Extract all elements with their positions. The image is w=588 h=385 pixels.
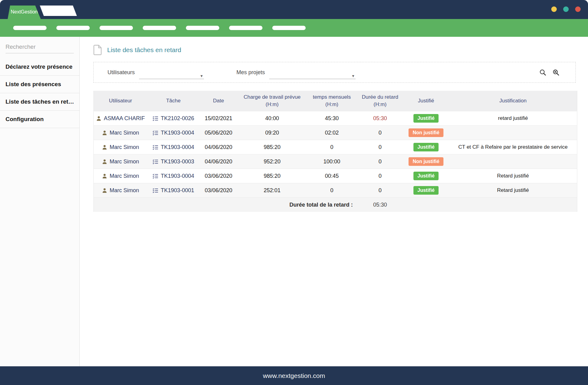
task-cell[interactable]: TK1903-0003 bbox=[147, 157, 199, 166]
task-list-icon bbox=[153, 159, 158, 164]
clear-search-icon bbox=[552, 69, 560, 76]
planned-workload-cell: 252:01 bbox=[238, 186, 307, 195]
nav-pill-placeholder[interactable] bbox=[186, 26, 219, 30]
status-badge: Non justifié bbox=[409, 128, 443, 137]
table-header-row: Utilisateur Tâche Date Charge de travail… bbox=[94, 91, 577, 111]
delay-value: 0 bbox=[379, 130, 382, 136]
clear-search-button[interactable] bbox=[552, 68, 560, 77]
table-header-cell: Charge de travail prévue (H:m) bbox=[238, 92, 307, 110]
nav-pill-placeholder[interactable] bbox=[272, 26, 306, 30]
justification-cell: Retard justifié bbox=[449, 186, 577, 195]
task-cell[interactable]: TK1903-0004 bbox=[147, 143, 199, 152]
planned-workload-cell: 952:20 bbox=[238, 157, 307, 166]
main-content: Liste des tâches en retard Utilisateurs … bbox=[80, 37, 588, 366]
search-input[interactable] bbox=[6, 44, 81, 50]
planned-workload-cell: 985:20 bbox=[238, 143, 307, 152]
nav-pill-placeholder[interactable] bbox=[229, 26, 262, 30]
status-cell: Non justifié bbox=[403, 127, 449, 138]
window-control-dot[interactable] bbox=[575, 6, 581, 12]
user-name: ASMAA CHARIF bbox=[104, 115, 145, 122]
user-cell[interactable]: ASMAA CHARIF bbox=[94, 114, 147, 123]
task-list-icon bbox=[153, 130, 158, 135]
status-cell: Justifié bbox=[403, 170, 449, 181]
footer-link[interactable]: www.nextgestion.com bbox=[263, 372, 325, 379]
task-id: TK1903-0004 bbox=[161, 144, 194, 151]
nav-pill-placeholder[interactable] bbox=[13, 26, 47, 30]
sidebar-search[interactable]: ▼ bbox=[6, 44, 74, 53]
secondary-tab[interactable] bbox=[40, 6, 77, 16]
delay-duration-cell: 0 bbox=[357, 172, 403, 181]
task-id: TK1903-0004 bbox=[161, 173, 194, 179]
monthly-time-cell: 0 bbox=[307, 186, 357, 195]
user-cell[interactable]: Marc Simon bbox=[94, 172, 147, 181]
user-icon bbox=[102, 188, 107, 193]
user-name: Marc Simon bbox=[110, 173, 139, 179]
chevron-down-icon: ▼ bbox=[351, 74, 355, 78]
chevron-down-icon: ▼ bbox=[200, 74, 203, 78]
table-row: Marc Simon TK1903-0001 03/06/ bbox=[94, 183, 577, 197]
user-cell[interactable]: Marc Simon bbox=[94, 128, 147, 137]
sidebar-menu-item[interactable]: Liste des tâches en ret… bbox=[0, 93, 79, 111]
users-filter-label: Utilisateurs bbox=[107, 69, 135, 76]
delay-value: 0 bbox=[379, 173, 382, 179]
page-header: Liste des tâches en retard bbox=[93, 45, 588, 55]
search-icon bbox=[539, 69, 546, 76]
table-row: Marc Simon TK1903-0004 03/06/ bbox=[94, 169, 577, 183]
planned-workload-cell: 09:20 bbox=[238, 128, 307, 137]
justification-cell bbox=[449, 160, 577, 163]
nav-pill-placeholder[interactable] bbox=[56, 26, 90, 30]
table-body: ASMAA CHARIF TK2102-0026 15/0 bbox=[94, 111, 577, 197]
table-row: Marc Simon TK1903-0003 04/06/ bbox=[94, 154, 577, 169]
status-cell: Non justifié bbox=[403, 156, 449, 167]
projects-select[interactable]: ▼ bbox=[269, 70, 356, 79]
user-cell[interactable]: Marc Simon bbox=[94, 143, 147, 152]
table-header-cell: Justifié bbox=[403, 95, 449, 106]
task-cell[interactable]: TK1903-0004 bbox=[147, 128, 199, 137]
user-name: Marc Simon bbox=[110, 187, 139, 194]
footer: www.nextgestion.com bbox=[0, 366, 588, 385]
search-button[interactable] bbox=[539, 68, 547, 77]
status-cell: Justifié bbox=[403, 185, 449, 196]
table-header-cell: Utilisateur bbox=[94, 95, 147, 106]
user-cell[interactable]: Marc Simon bbox=[94, 186, 147, 195]
table-header-cell: Justification bbox=[449, 95, 577, 106]
user-cell[interactable]: Marc Simon bbox=[94, 157, 147, 166]
nav-pill-placeholder[interactable] bbox=[100, 26, 133, 30]
window-control-dot[interactable] bbox=[563, 6, 569, 12]
monthly-time-cell: 0 bbox=[307, 143, 357, 152]
justification-cell: retard justifié bbox=[449, 114, 577, 123]
monthly-time-cell: 00:45 bbox=[307, 172, 357, 181]
sidebar-menu-item-label: Déclarez votre présence bbox=[6, 63, 73, 70]
status-badge: Justifié bbox=[413, 143, 439, 151]
delay-duration-cell: 0 bbox=[357, 157, 403, 166]
task-id: TK1903-0001 bbox=[161, 187, 194, 194]
sidebar-menu-item[interactable]: Liste des présences bbox=[0, 76, 79, 93]
delay-value: 05:30 bbox=[373, 115, 387, 121]
nav-pill-placeholder[interactable] bbox=[143, 26, 176, 30]
user-name: Marc Simon bbox=[110, 158, 139, 165]
planned-workload-cell: 40:00 bbox=[238, 114, 307, 123]
justification-cell bbox=[449, 132, 577, 134]
window-control-dot[interactable] bbox=[551, 6, 557, 12]
date-cell: 04/06/2020 bbox=[199, 157, 238, 166]
task-list-icon bbox=[153, 173, 158, 179]
main-nav-bar bbox=[0, 19, 588, 37]
date-cell: 03/06/2020 bbox=[199, 186, 238, 195]
total-delay-label: Durée total de la retard : bbox=[94, 202, 357, 208]
delay-value: 0 bbox=[379, 187, 382, 193]
date-cell: 15/02/2021 bbox=[199, 114, 238, 123]
sidebar-menu-item[interactable]: Configuration bbox=[0, 111, 79, 128]
brand-tab[interactable]: NextGestion bbox=[8, 6, 41, 19]
document-icon bbox=[93, 45, 102, 55]
sidebar-menu-item-label: Liste des présences bbox=[6, 81, 61, 87]
task-cell[interactable]: TK1903-0001 bbox=[147, 186, 199, 195]
table-row: Marc Simon TK1903-0004 04/06/ bbox=[94, 140, 577, 154]
task-list-icon bbox=[153, 188, 158, 193]
task-id: TK1903-0003 bbox=[161, 158, 194, 165]
sidebar-menu-item[interactable]: Déclarez votre présence bbox=[0, 58, 79, 76]
title-bar: NextGestion bbox=[0, 0, 588, 19]
task-cell[interactable]: TK2102-0026 bbox=[147, 114, 199, 123]
task-cell[interactable]: TK1903-0004 bbox=[147, 172, 199, 181]
users-select[interactable]: ▼ bbox=[139, 70, 204, 79]
delay-duration-cell: 05:30 bbox=[357, 114, 403, 123]
